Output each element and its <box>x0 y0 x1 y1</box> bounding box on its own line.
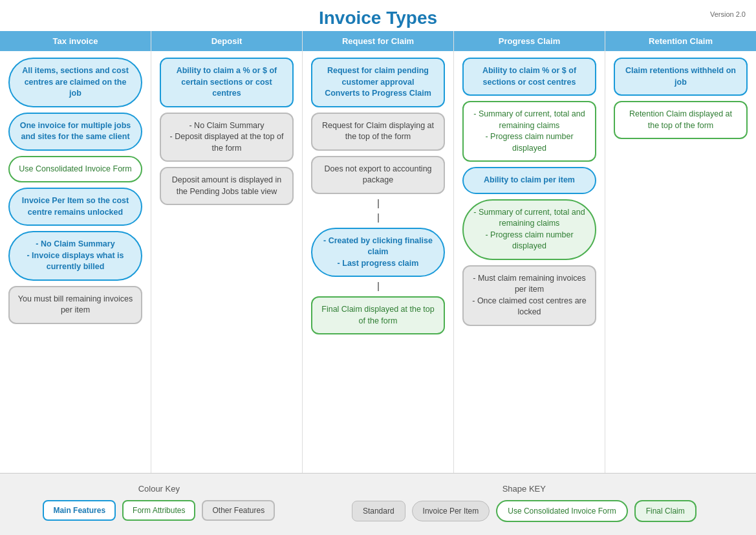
column-progress: Ability to claim % or $ of sections or c… <box>454 51 605 473</box>
card-progress-5: - Must claim remaining invoices per item… <box>462 265 596 326</box>
card-retention-1: Claim retentions withheld on job <box>614 58 747 96</box>
card-tax-4: Invoice Per Item so the cost centre rema… <box>8 188 142 226</box>
card-request-4: - Created by clicking finalise claim - L… <box>311 228 444 278</box>
card-tax-6: You must bill remaining invoices per ite… <box>8 286 142 324</box>
card-request-5: Final Claim displayed at the top of the … <box>311 296 444 334</box>
col-header-request: Request for Claim <box>303 31 454 51</box>
connector-3 <box>378 282 379 291</box>
card-progress-3: Ability to claim per item <box>462 167 596 194</box>
key-other-features[interactable]: Other Features <box>202 500 275 521</box>
card-request-3: Does not export to accounting package <box>311 156 444 194</box>
shape-standard: Standard <box>352 501 405 521</box>
version-label: Version 2.0 <box>710 10 746 18</box>
page-title: Invoice Types <box>0 8 756 28</box>
card-deposit-3: Deposit amount is displayed in the Pendi… <box>160 167 293 205</box>
connector-2 <box>378 213 379 223</box>
card-tax-3: Use Consolidated Invoice Form <box>8 156 142 183</box>
card-progress-2: - Summary of current, total and remainin… <box>462 101 596 162</box>
shape-final: Final Claim <box>634 500 697 522</box>
card-tax-5: - No Claim Summary - Invoice displays wh… <box>8 231 142 281</box>
key-form-attributes[interactable]: Form Attributes <box>122 500 195 521</box>
shape-ellipse: Invoice Per Item <box>412 501 490 521</box>
card-progress-4: - Summary of current, total and remainin… <box>462 199 596 260</box>
card-request-2: Request for Claim displaying at the top … <box>311 113 444 151</box>
card-deposit-1: Ability to claim a % or $ of certain sec… <box>160 58 293 107</box>
column-deposit: Ability to claim a % or $ of certain sec… <box>151 51 303 473</box>
key-main-features[interactable]: Main Features <box>43 500 116 521</box>
col-header-deposit: Deposit <box>151 31 303 51</box>
card-retention-2: Retention Claim displayed at the top of … <box>614 101 747 139</box>
shape-consolidated: Use Consolidated Invoice Form <box>496 500 627 522</box>
col-header-retention: Retention Claim <box>605 31 756 51</box>
colour-keys: Main Features Form Attributes Other Feat… <box>43 500 275 521</box>
card-request-1: Request for claim pending customer appro… <box>311 58 444 107</box>
colour-key-section: Colour Key Main Features Form Attributes… <box>13 484 305 522</box>
col-header-progress: Progress Claim <box>454 31 605 51</box>
column-request: Request for claim pending customer appro… <box>303 51 454 473</box>
column-retention: Claim retentions withheld on job Retenti… <box>605 51 756 473</box>
connector-1 <box>378 199 379 208</box>
page: Invoice Types Version 2.0 Tax invoice De… <box>0 0 756 535</box>
card-deposit-2: - No Claim Summary - Deposit displayed a… <box>160 113 293 162</box>
card-tax-1: All items, sections and cost centres are… <box>8 58 142 107</box>
column-tax: All items, sections and cost centres are… <box>0 51 151 473</box>
footer: Colour Key Main Features Form Attributes… <box>0 473 756 535</box>
col-header-tax: Tax invoice <box>0 31 151 51</box>
shape-key-title: Shape KEY <box>502 484 546 494</box>
card-tax-2: One invoice for multiple jobs and sites … <box>8 113 142 151</box>
card-progress-1: Ability to claim % or $ of sections or c… <box>462 58 596 96</box>
shape-keys: Standard Invoice Per Item Use Consolidat… <box>352 500 697 522</box>
column-headers: Tax invoice Deposit Request for Claim Pr… <box>0 31 756 51</box>
main-content: All items, sections and cost centres are… <box>0 51 756 473</box>
shape-key-section: Shape KEY Standard Invoice Per Item Use … <box>305 484 743 522</box>
colour-key-title: Colour Key <box>138 484 180 494</box>
header-section: Invoice Types Version 2.0 <box>0 0 756 31</box>
